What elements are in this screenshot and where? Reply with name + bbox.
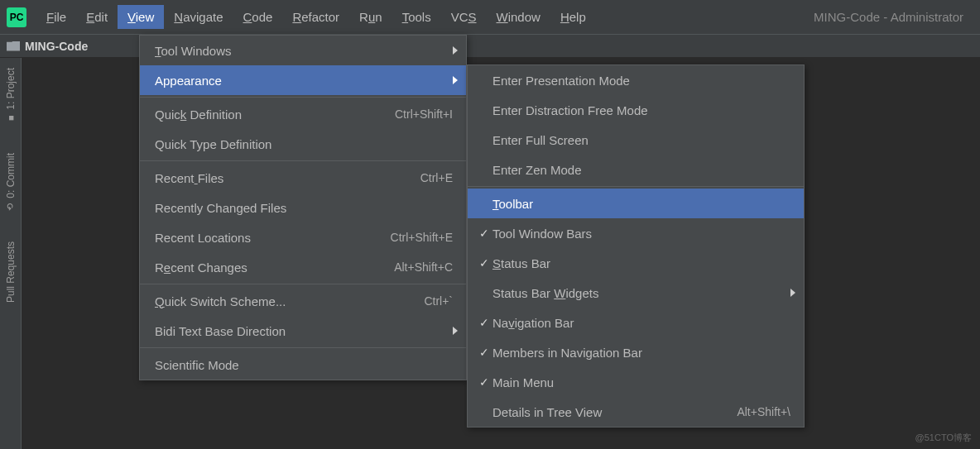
- menu-item-members-in-navigation-bar[interactable]: ✓Members in Navigation Bar: [468, 337, 804, 367]
- view-menu-dropdown: Tool WindowsAppearanceQuick DefinitionCt…: [139, 35, 467, 380]
- menu-shortcut: Ctrl+Shift+E: [391, 231, 453, 244]
- menu-item-enter-distraction-free-mode[interactable]: Enter Distraction Free Mode: [468, 95, 804, 125]
- menu-item-quick-type-definition[interactable]: Quick Type Definition: [140, 129, 466, 159]
- menu-item-label: Enter Presentation Mode: [492, 74, 790, 88]
- menu-item-status-bar-widgets[interactable]: Status Bar Widgets: [468, 278, 804, 308]
- menu-item-label: Recent Changes: [155, 260, 394, 275]
- tool-window--commit[interactable]: ⟲0: Commit: [5, 150, 17, 216]
- submenu-arrow-icon: [790, 289, 795, 297]
- menu-item-label: Toolbar: [492, 197, 790, 211]
- menu-item-appearance[interactable]: Appearance: [140, 65, 466, 95]
- menu-item-label: Scientific Mode: [155, 358, 453, 372]
- menu-item-label: Navigation Bar: [492, 316, 790, 330]
- submenu-arrow-icon: [453, 327, 458, 335]
- menu-item-label: Enter Distraction Free Mode: [492, 103, 790, 117]
- menu-navigate[interactable]: Navigate: [164, 5, 233, 29]
- menu-item-label: Enter Zen Mode: [492, 163, 790, 177]
- menu-item-label: Quick Switch Scheme...: [155, 294, 424, 308]
- check-icon: ✓: [476, 227, 492, 240]
- menu-item-details-in-tree-view[interactable]: Details in Tree ViewAlt+Shift+\: [468, 397, 804, 427]
- menu-item-label: Status Bar Widgets: [492, 286, 790, 300]
- watermark-text: @51CTO博客: [915, 432, 972, 444]
- menu-code[interactable]: Code: [233, 5, 283, 29]
- menu-item-recent-locations[interactable]: Recent LocationsCtrl+Shift+E: [140, 222, 466, 252]
- submenu-arrow-icon: [453, 76, 458, 84]
- menu-item-status-bar[interactable]: ✓Status Bar: [468, 248, 804, 278]
- menu-item-recent-files[interactable]: Recent FilesCtrl+E: [140, 163, 466, 193]
- menu-separator: [468, 186, 804, 187]
- menu-help[interactable]: Help: [550, 5, 596, 29]
- check-icon: ✓: [476, 346, 492, 359]
- menu-item-quick-definition[interactable]: Quick DefinitionCtrl+Shift+I: [140, 99, 466, 129]
- menu-item-label: Bidi Text Base Direction: [155, 324, 453, 338]
- menu-item-recent-changes[interactable]: Recent ChangesAlt+Shift+C: [140, 252, 466, 282]
- menu-item-label: Recent Locations: [155, 231, 391, 245]
- menu-item-enter-presentation-mode[interactable]: Enter Presentation Mode: [468, 65, 804, 95]
- menu-item-enter-zen-mode[interactable]: Enter Zen Mode: [468, 155, 804, 184]
- menu-shortcut: Ctrl+`: [424, 294, 453, 308]
- menu-item-enter-full-screen[interactable]: Enter Full Screen: [468, 125, 804, 155]
- menu-shortcut: Ctrl+E: [420, 171, 453, 184]
- menu-item-quick-switch-scheme-[interactable]: Quick Switch Scheme...Ctrl+`: [140, 286, 466, 316]
- menu-item-label: Tool Window Bars: [492, 227, 790, 241]
- menu-refactor[interactable]: Refactor: [282, 5, 349, 29]
- menu-item-recently-changed-files[interactable]: Recently Changed Files: [140, 193, 466, 222]
- menu-item-label: Status Bar: [492, 256, 790, 270]
- menu-item-label: Tool Windows: [155, 44, 453, 58]
- pycharm-icon: PC: [7, 7, 26, 27]
- menu-window[interactable]: Window: [487, 5, 550, 29]
- menu-item-scientific-mode[interactable]: Scientific Mode: [140, 350, 466, 380]
- menu-vcs[interactable]: VCS: [441, 5, 487, 29]
- menu-item-label: Recent Files: [155, 171, 420, 185]
- menu-item-navigation-bar[interactable]: ✓Navigation Bar: [468, 308, 804, 337]
- title-bar: PC FileEditViewNavigateCodeRefactorRunTo…: [0, 0, 980, 35]
- appearance-submenu-dropdown: Enter Presentation ModeEnter Distraction…: [467, 64, 805, 428]
- menu-item-label: Details in Tree View: [492, 405, 737, 419]
- menu-view[interactable]: View: [118, 5, 164, 29]
- menu-item-tool-windows[interactable]: Tool Windows: [140, 36, 466, 65]
- menu-item-label: Quick Type Definition: [155, 137, 453, 151]
- tool-window--project[interactable]: ■1: Project: [5, 64, 17, 127]
- menu-edit[interactable]: Edit: [76, 5, 118, 29]
- submenu-arrow-icon: [453, 46, 458, 55]
- menu-shortcut: Alt+Shift+\: [737, 405, 790, 418]
- menu-item-main-menu[interactable]: ✓Main Menu: [468, 367, 804, 397]
- menu-file[interactable]: File: [36, 5, 76, 29]
- check-icon: ✓: [476, 316, 492, 329]
- menu-separator: [140, 347, 466, 348]
- menu-item-tool-window-bars[interactable]: ✓Tool Window Bars: [468, 218, 804, 248]
- menu-bar: FileEditViewNavigateCodeRefactorRunTools…: [36, 5, 596, 29]
- tool-window-stripe-left: ■1: Project⟲0: CommitPull Requests: [0, 58, 22, 449]
- menu-item-label: Quick Definition: [155, 107, 395, 122]
- menu-separator: [140, 284, 466, 284]
- project-name[interactable]: MING-Code: [25, 40, 88, 53]
- check-icon: ✓: [476, 256, 492, 270]
- menu-item-toolbar[interactable]: Toolbar: [468, 189, 804, 218]
- menu-separator: [140, 97, 466, 98]
- menu-item-label: Enter Full Screen: [492, 133, 790, 147]
- menu-tools[interactable]: Tools: [392, 5, 441, 29]
- menu-item-label: Main Menu: [492, 375, 790, 389]
- window-title: MING-Code - Administrator: [814, 10, 963, 24]
- tool-window-pull-requests[interactable]: Pull Requests: [5, 238, 17, 306]
- menu-item-label: Members in Navigation Bar: [492, 346, 790, 360]
- menu-item-bidi-text-base-direction[interactable]: Bidi Text Base Direction: [140, 316, 466, 346]
- menu-item-label: Appearance: [155, 74, 453, 88]
- check-icon: ✓: [476, 375, 492, 389]
- menu-shortcut: Ctrl+Shift+I: [395, 107, 453, 121]
- folder-icon: [7, 41, 20, 51]
- menu-run[interactable]: Run: [349, 5, 392, 29]
- menu-item-label: Recently Changed Files: [155, 201, 453, 215]
- menu-shortcut: Alt+Shift+C: [394, 260, 453, 274]
- menu-separator: [140, 160, 466, 161]
